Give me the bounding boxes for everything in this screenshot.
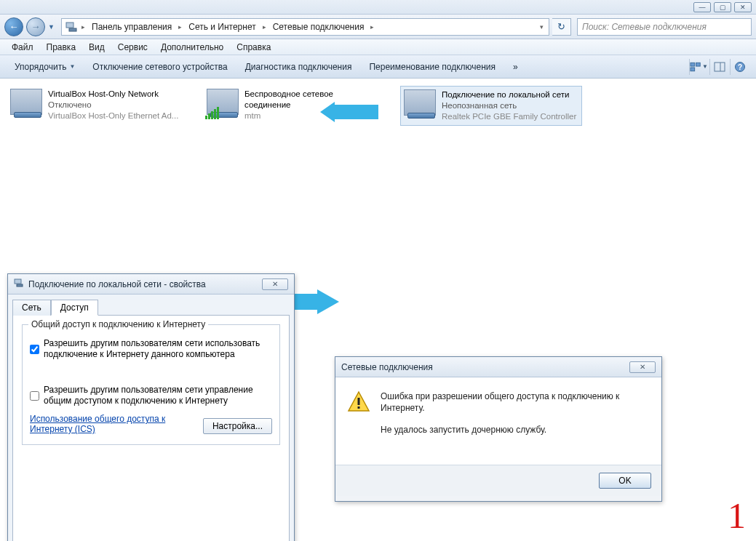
svg-rect-3 (696, 63, 701, 66)
annotation-marker: 1 (728, 494, 746, 537)
back-button[interactable]: ← (4, 17, 23, 36)
svg-rect-14 (358, 398, 360, 405)
toolbar-overflow[interactable]: » (506, 59, 525, 75)
menu-bar: Файл Правка Вид Сервис Дополнительно Спр… (0, 39, 756, 55)
dialog-titlebar[interactable]: Сетевые подключения ✕ (335, 357, 661, 377)
warning-icon (347, 390, 370, 414)
signal-bars-icon (205, 107, 219, 119)
adapter-status: Неопознанная сеть (442, 100, 576, 111)
disable-device-button[interactable]: Отключение сетевого устройства (85, 59, 234, 75)
preview-pane-button[interactable] (709, 59, 728, 75)
svg-rect-0 (66, 23, 73, 28)
connection-properties-dialog: Подключение по локальной сети - свойства… (7, 273, 295, 541)
group-title: Общий доступ к подключению к Интернету (28, 319, 208, 329)
breadcrumb-seg-2[interactable]: Сеть и Интернет (186, 20, 258, 33)
refresh-button[interactable]: ↻ (552, 18, 571, 36)
allow-control-checkbox[interactable] (30, 385, 39, 406)
dialog-title: Сетевые подключения (341, 362, 433, 372)
navigation-bar: ← → ▼ ▸ Панель управления ▸ Сеть и Интер… (0, 15, 756, 39)
chevron-right-icon: ▸ (79, 23, 87, 31)
window-titlebar: — ▢ ✕ (0, 0, 756, 15)
error-text-2: Не удалось запустить дочернюю службу. (381, 424, 650, 436)
content-area: VirtualBox Host-Only Network Отключено V… (0, 79, 756, 541)
menu-service[interactable]: Сервис (112, 41, 154, 54)
svg-rect-11 (15, 279, 21, 284)
minimize-button[interactable]: — (693, 2, 711, 12)
svg-rect-5 (715, 63, 725, 71)
annotation-arrow-icon (320, 102, 378, 122)
menu-edit[interactable]: Правка (41, 41, 82, 54)
ics-group: Общий доступ к подключению к Интернету Р… (22, 324, 280, 445)
chevron-down-icon[interactable]: ▾ (538, 23, 546, 31)
organize-button[interactable]: Упорядочить▼ (7, 59, 82, 75)
maximize-button[interactable]: ▢ (714, 2, 731, 12)
breadcrumb-seg-1[interactable]: Панель управления (89, 20, 175, 33)
chevron-right-icon: ▸ (176, 23, 184, 31)
error-text-1: Ошибка при разрешении общего доступа к п… (381, 390, 650, 414)
tab-content: Общий доступ к подключению к Интернету Р… (12, 315, 290, 541)
svg-rect-2 (691, 63, 695, 66)
dialog-title: Подключение по локальной сети - свойства (28, 279, 206, 289)
svg-rect-15 (358, 406, 360, 409)
ok-button[interactable]: OK (599, 473, 651, 489)
ethernet-adapter-icon (10, 89, 42, 118)
chevron-down-icon: ▼ (69, 63, 75, 70)
rename-button[interactable]: Переименование подключения (362, 59, 503, 75)
ethernet-adapter-icon (404, 89, 436, 119)
allow-sharing-checkbox[interactable] (30, 339, 39, 360)
menu-view[interactable]: Вид (83, 41, 111, 54)
adapter-name: Беспроводное сетевое (244, 89, 333, 100)
error-dialog: Сетевые подключения ✕ Ошибка при разреше… (335, 356, 662, 502)
svg-rect-4 (691, 67, 695, 71)
ics-help-link[interactable]: Использование общего доступа к Интернету… (30, 414, 203, 434)
tab-strip: Сеть Доступ (8, 294, 294, 315)
view-mode-button[interactable]: ▼ (689, 59, 708, 75)
adapter-lan[interactable]: Подключение по локальной сети Неопознанн… (400, 86, 582, 126)
adapter-status: Отключено (48, 100, 178, 111)
tab-access[interactable]: Доступ (51, 300, 98, 316)
breadcrumb[interactable]: ▸ Панель управления ▸ Сеть и Интернет ▸ … (61, 18, 549, 36)
checkbox-label: Разрешить другим пользователям сети испо… (44, 338, 272, 360)
network-icon (14, 278, 24, 290)
dialog-titlebar[interactable]: Подключение по локальной сети - свойства… (8, 274, 294, 294)
dialog-close-button[interactable]: ✕ (262, 278, 288, 290)
allow-sharing-checkbox-row[interactable]: Разрешить другим пользователям сети испо… (30, 338, 272, 360)
svg-text:?: ? (737, 63, 741, 71)
dialog-button-row: OK (335, 465, 661, 496)
network-icon (65, 20, 78, 33)
command-bar: Упорядочить▼ Отключение сетевого устройс… (0, 55, 756, 79)
menu-extra[interactable]: Дополнительно (155, 41, 229, 54)
chevron-right-icon: ▸ (260, 23, 268, 31)
help-button[interactable]: ? (730, 59, 749, 75)
allow-control-checkbox-row[interactable]: Разрешить другим пользователям сети упра… (30, 385, 272, 406)
svg-marker-9 (320, 102, 378, 122)
svg-rect-12 (17, 284, 23, 286)
diagnose-button[interactable]: Диагностика подключения (238, 59, 359, 75)
checkbox-label: Разрешить другим пользователям сети упра… (44, 385, 272, 406)
adapter-device: VirtualBox Host-Only Ethernet Ad... (48, 111, 178, 121)
history-dropdown-icon[interactable]: ▼ (48, 23, 58, 31)
dialog-close-button[interactable]: ✕ (629, 361, 656, 373)
search-input[interactable]: Поиск: Сетевые подключения (577, 18, 752, 36)
svg-rect-1 (69, 28, 76, 31)
search-placeholder: Поиск: Сетевые подключения (582, 22, 707, 32)
adapter-device: Realtek PCIe GBE Family Controller (442, 111, 576, 122)
menu-help[interactable]: Справка (231, 41, 276, 54)
breadcrumb-seg-3[interactable]: Сетевые подключения (270, 20, 367, 33)
forward-button[interactable]: → (26, 17, 45, 36)
tab-network[interactable]: Сеть (12, 300, 51, 316)
adapter-name: Подключение по локальной сети (442, 89, 576, 100)
adapter-virtualbox[interactable]: VirtualBox Host-Only Network Отключено V… (7, 86, 189, 126)
wifi-adapter-icon (207, 89, 239, 118)
chevron-right-icon: ▸ (368, 23, 376, 31)
close-button[interactable]: ✕ (734, 2, 752, 12)
adapter-name: VirtualBox Host-Only Network (48, 89, 178, 100)
menu-file[interactable]: Файл (6, 41, 39, 54)
settings-button[interactable]: Настройка... (203, 418, 272, 434)
